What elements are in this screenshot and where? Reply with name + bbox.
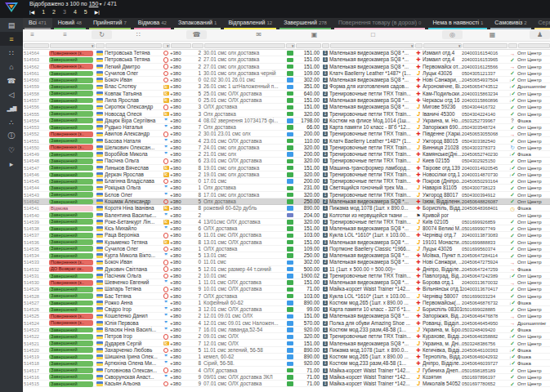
table-row[interactable]: 514538ЗавершенийКісь Михайло*+3806ОЛХ до…	[23, 225, 550, 232]
table-row[interactable]: 514535ЗавершенийСучилов Олег+3801ОЛХ дос…	[23, 246, 550, 252]
table-row[interactable]: 514536ЗавершенийКузьменко Тетянаlc+38081…	[23, 238, 550, 245]
table-row[interactable]: 514564Повернення (з..Петровська Тетяна+3…	[23, 50, 550, 56]
page-number[interactable]: 1	[42, 9, 45, 15]
app-logo[interactable]	[4, 2, 19, 13]
comment-col-icon[interactable]: ✉	[253, 30, 264, 39]
sidebar-item-announce-icon[interactable]: ◁	[0, 87, 23, 101]
table-row[interactable]: 514547ЗавершенийЛиньков Вячеславlc+38081…	[23, 165, 550, 172]
table-row[interactable]: 514545ЗавершенийБлагінна Владіслава+3800…	[23, 178, 550, 185]
table-row[interactable]: 514532ДО Возврат ск..Дукович Світлана+38…	[23, 266, 550, 273]
table-row[interactable]: 514520ЗавершенийЗахарченко Любовь+380511…	[23, 347, 550, 354]
column-filter-input[interactable]	[24, 43, 49, 48]
sidebar-item-stats-icon[interactable]: ▂▅▇	[0, 101, 23, 115]
delivery-col-icon[interactable]: ◎	[442, 30, 463, 39]
tab-Повернення товару (в дорозі)[interactable]: Повернення товару (в дорозі)0	[333, 18, 427, 29]
page-number[interactable]: 2	[52, 9, 56, 15]
table-row[interactable]: 514540ЗавершенийВалентина Васильє...*+38…	[23, 212, 550, 218]
sort-icon[interactable]: ≡	[27, 30, 38, 39]
tab-Прийнятий[interactable]: Прийнятий7	[87, 18, 132, 29]
tab-Всі[interactable]: Всі471	[23, 18, 52, 29]
tab-Відмова[interactable]: Відмова42	[132, 18, 172, 29]
column-filter-input[interactable]: ▾	[286, 43, 295, 48]
phone-col-icon[interactable]: ☎	[186, 30, 207, 39]
column-filter-input[interactable]	[415, 43, 423, 48]
sidebar-item-clients-icon[interactable]: ∷	[0, 46, 23, 60]
tab-Нема в наявності[interactable]: Нема в наявності1	[427, 18, 489, 29]
table-row[interactable]: 514558ЗавершенийКовпак Татьянаlc+380525.…	[23, 91, 550, 97]
status-col-icon[interactable]: ≡	[60, 30, 70, 39]
column-filter-input[interactable]	[192, 43, 203, 48]
table-row[interactable]: 514559ЗавершенийВлас Слотюуlc+380326.01 …	[23, 83, 550, 90]
table-row[interactable]: 514544ЗавершенийРокіцька Ольга*+3801Олх …	[23, 185, 550, 191]
tab-Новий[interactable]: Новий48	[52, 18, 87, 29]
sidebar-item-orders-icon[interactable]: ≡	[0, 32, 23, 46]
table-row[interactable]: 514523ЗавершенийВласюк Ніна Василі...*+3…	[23, 327, 550, 333]
table-row[interactable]: 514525Повернення (з..Кошеленко Данил*+38…	[23, 313, 550, 319]
table-row[interactable]: 514519ЗавершенийШишкіна Ірина Олек...*+3…	[23, 354, 550, 360]
table-row[interactable]: 514550Повернення (з..Шелкович Олексан...…	[23, 145, 550, 151]
table-row[interactable]: 514537ЗавершенийРаца Вероніка+380611.01 …	[23, 232, 550, 238]
table-row[interactable]: 514555ЗавершенийНовосад Олесяlc+3803Олх …	[23, 110, 550, 117]
tab-Запакований[interactable]: Запакований1	[172, 18, 222, 29]
table-row[interactable]: 514549ЗавершенийВоробйов Микола*+380221.…	[23, 151, 550, 158]
clients-col-icon[interactable]: ∷	[133, 30, 144, 39]
table-row[interactable]: 514534ЗавершенийКурта Микола Вікто...*+3…	[23, 252, 550, 259]
sidebar-item-dashboard-icon[interactable]: ▤	[0, 18, 23, 32]
table-row[interactable]: 514563ЗавершенийПетровська Тетяна+380227…	[23, 56, 550, 63]
table-row[interactable]: 514552Повернення (з..Авилов Александр+38…	[23, 131, 550, 137]
table-row[interactable]: 514551ЗавершенийБасова Наталя*+380423.01…	[23, 137, 550, 144]
table-row[interactable]: 514561ЗавершенийСучилов Олег+380130.01 с…	[23, 70, 550, 77]
column-filter-input[interactable]: ▾	[423, 43, 462, 48]
tab-Завершений[interactable]: Завершений278	[278, 18, 333, 29]
refresh-icon[interactable]: ↻	[92, 30, 112, 39]
column-filter-input[interactable]	[105, 43, 162, 48]
table-row[interactable]: 514524Повернення (з..Юлія Первова*+38041…	[23, 320, 550, 327]
page-number[interactable]: 3	[63, 9, 66, 15]
table-row[interactable]: 514521ЗавершенийДударев Сергійlc+380712.…	[23, 340, 550, 346]
column-filter-input[interactable]	[171, 43, 191, 48]
manager-col-icon[interactable]: ♟	[530, 30, 550, 39]
column-filter-input[interactable]: ▾	[163, 43, 170, 48]
page-number[interactable]: 5	[84, 9, 87, 15]
last-page-icon[interactable]: ▶|	[95, 9, 100, 15]
table-row[interactable]: 514542ЗавершенийКошмак Александр+3805Олх…	[23, 198, 550, 205]
sidebar-item-calls-icon[interactable]: ☎	[0, 74, 23, 87]
table-row[interactable]: 514556ЗавершенийСиротюк Олександр+3803ОЛ…	[23, 104, 550, 110]
table-row[interactable]: 514546ЗавершенийДеркач Ярославlc+380219.…	[23, 172, 550, 178]
column-filter-input[interactable]	[463, 43, 508, 48]
table-row[interactable]: 514518ЗавершенийАртюхіна Олена Ми...*+38…	[23, 360, 550, 367]
column-filter-input[interactable]: ▾	[50, 43, 95, 48]
sidebar-item-bank-icon[interactable]: ⌂	[0, 60, 23, 74]
column-filter-input[interactable]	[508, 43, 517, 48]
sidebar-item-partners-icon[interactable]: ♡	[0, 143, 23, 157]
table-row[interactable]: 514553ЗавершенийРудько Наталья*+3807Олх …	[23, 124, 550, 131]
table-row[interactable]: 514543ЗавершенийБєлов Олег*+380817.01 см…	[23, 192, 550, 198]
sidebar-item-video-icon[interactable]: ▸	[0, 157, 23, 171]
table-row[interactable]: 514516ЗавершенийСкворунская Анаст...*+38…	[23, 374, 550, 381]
table-row[interactable]: 514515ЗавершенийКасьян Альона+380907.01 …	[23, 381, 550, 387]
table-row[interactable]: 514531ЗавершенийПасічник Ольга+380210.01…	[23, 273, 550, 279]
table-row[interactable]: 514522ЗавершенийПетров Ігор+380209.01 см…	[23, 333, 550, 340]
ttn-col-icon[interactable]: ▦	[487, 30, 498, 39]
table-row[interactable]: 514557ЗавершенийЛила Ярославlc+380025.01…	[23, 97, 550, 104]
first-page-icon[interactable]: |◀	[29, 9, 34, 15]
column-filter-input[interactable]	[322, 43, 329, 48]
table-row[interactable]: 514529ЗавершенийШапарь Тетяна+380910.01 …	[23, 286, 550, 292]
table-row[interactable]: 514548ЗавершенийПасічна Ольга+380623.01 …	[23, 158, 550, 164]
column-filter-input[interactable]: ▾	[330, 43, 414, 48]
tab-Сервіси[interactable]: Сервіси0	[533, 18, 550, 29]
column-filter-input[interactable]	[518, 43, 550, 48]
table-row[interactable]: 514562Повернення (з..Легкий Дмитро+38022…	[23, 64, 550, 70]
table-row[interactable]: 514526ЗавершенийСвідро Ігор*+380312.01 с…	[23, 306, 550, 313]
sidebar-item-info-icon[interactable]: ⓘ	[0, 129, 23, 143]
table-row[interactable]: 514528ЗавершенийБас Тетяна+3807ОЛХ доста…	[23, 293, 550, 300]
sidebar-item-integrations-icon[interactable]: ∴	[0, 115, 23, 129]
page-number[interactable]: 4	[74, 9, 77, 15]
table-row[interactable]: 514539ЗавершенийРоке-Бетанкурт Лін...lc+…	[23, 219, 550, 225]
table-row[interactable]: 514530Повернення (з..Шевченко Евгений*+3…	[23, 279, 550, 286]
per-page-select[interactable]: 150	[89, 1, 99, 7]
table-row[interactable]: 514560ЗавершенийБокоч Иван+380002.02 30.…	[23, 77, 550, 83]
table-row[interactable]: 514541ВідмоваКоротя Ніна Іванівнаlc+3808…	[23, 205, 550, 212]
payment-col-icon[interactable]: ▣	[309, 30, 320, 39]
column-filter-input[interactable]	[96, 43, 105, 48]
